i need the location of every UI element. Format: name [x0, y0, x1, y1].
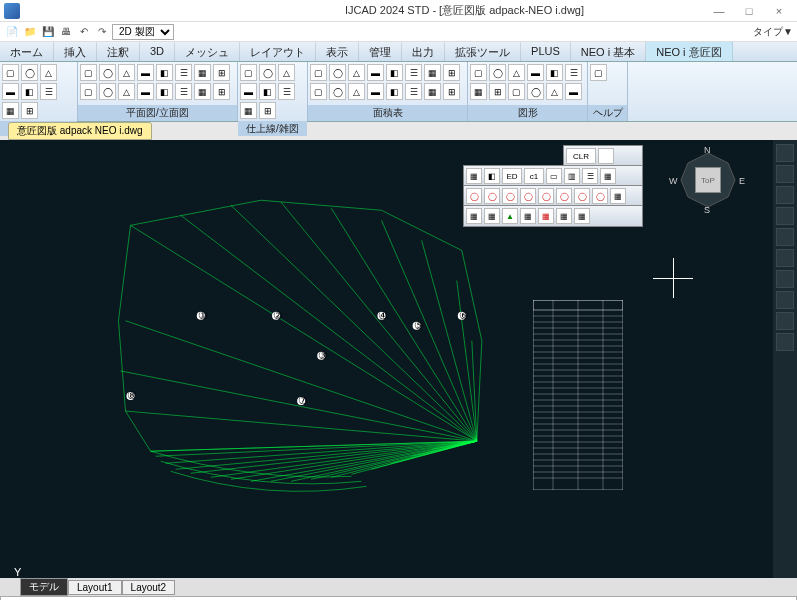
- tool-icon[interactable]: ▦: [484, 208, 500, 224]
- ribbon-tool-icon[interactable]: ⊞: [213, 64, 230, 81]
- new-icon[interactable]: 📄: [4, 24, 20, 40]
- ribbon-tool-icon[interactable]: ☰: [405, 64, 422, 81]
- ribbon-tool-icon[interactable]: △: [118, 64, 135, 81]
- nav-tool-icon[interactable]: [776, 186, 794, 204]
- tool-icon[interactable]: ▦: [600, 168, 616, 184]
- ribbon-tab[interactable]: メッシュ: [175, 42, 240, 61]
- ribbon-tool-icon[interactable]: ◯: [329, 64, 346, 81]
- ribbon-tool-icon[interactable]: ▬: [367, 83, 384, 100]
- type-label[interactable]: タイプ▼: [753, 25, 793, 39]
- ribbon-tool-icon[interactable]: ◯: [329, 83, 346, 100]
- float-toolbar-3[interactable]: ◯ ◯ ◯ ◯ ◯ ◯ ◯ ◯ ▦: [463, 185, 643, 207]
- ribbon-tab[interactable]: 表示: [316, 42, 359, 61]
- ribbon-tool-icon[interactable]: ▬: [240, 83, 257, 100]
- tool-icon[interactable]: ▥: [564, 168, 580, 184]
- float-toolbar-4[interactable]: ▦ ▦ ▲ ▦ ▦ ▦ ▦: [463, 205, 643, 227]
- ribbon-tool-icon[interactable]: ▢: [508, 83, 525, 100]
- save-icon[interactable]: 💾: [40, 24, 56, 40]
- ribbon-tool-icon[interactable]: △: [546, 83, 563, 100]
- ribbon-tool-icon[interactable]: ◧: [259, 83, 276, 100]
- ribbon-tool-icon[interactable]: ▢: [590, 64, 607, 81]
- ribbon-tool-icon[interactable]: ☰: [405, 83, 422, 100]
- ribbon-tool-icon[interactable]: △: [278, 64, 295, 81]
- tool-icon[interactable]: ◯: [520, 188, 536, 204]
- tool-icon[interactable]: ◯: [538, 188, 554, 204]
- nav-tool-icon[interactable]: [776, 291, 794, 309]
- ribbon-tool-icon[interactable]: ▢: [310, 64, 327, 81]
- tool-icon[interactable]: ▦: [610, 188, 626, 204]
- file-tab[interactable]: 意匠図版 adpack NEO i.dwg: [8, 122, 152, 140]
- ribbon-tool-icon[interactable]: ◧: [546, 64, 563, 81]
- ribbon-tool-icon[interactable]: ▢: [80, 64, 97, 81]
- ribbon-tool-icon[interactable]: ⊞: [21, 102, 38, 119]
- viewcube[interactable]: ToP N E S W: [673, 145, 743, 215]
- ribbon-tab[interactable]: ホーム: [0, 42, 54, 61]
- ribbon-tool-icon[interactable]: ◯: [99, 64, 116, 81]
- nav-tool-icon[interactable]: [776, 165, 794, 183]
- ribbon-tool-icon[interactable]: ▢: [80, 83, 97, 100]
- ribbon-tool-icon[interactable]: ☰: [175, 83, 192, 100]
- ribbon-tool-icon[interactable]: △: [40, 64, 57, 81]
- ribbon-tool-icon[interactable]: ▬: [137, 83, 154, 100]
- ribbon-tab[interactable]: 拡張ツール: [445, 42, 521, 61]
- viewcube-top[interactable]: ToP: [695, 167, 721, 193]
- tool-icon[interactable]: ▭: [546, 168, 562, 184]
- ribbon-tool-icon[interactable]: ◯: [489, 64, 506, 81]
- ribbon-tool-icon[interactable]: ◯: [259, 64, 276, 81]
- ribbon-tool-icon[interactable]: ▦: [424, 64, 441, 81]
- viewcube-e[interactable]: E: [739, 176, 745, 186]
- nav-tool-icon[interactable]: [776, 270, 794, 288]
- ribbon-tool-icon[interactable]: △: [348, 83, 365, 100]
- float-toolbar-clr[interactable]: CLR: [563, 145, 643, 167]
- tool-icon[interactable]: ◯: [502, 188, 518, 204]
- command-line[interactable]: [表示(S)/非表示(H)/左(L)/右(R)/上(T)/下(B)/浮動(F)/…: [0, 596, 797, 600]
- viewcube-s[interactable]: S: [704, 205, 710, 215]
- tool-icon[interactable]: ☰: [582, 168, 598, 184]
- tool-icon[interactable]: ◯: [592, 188, 608, 204]
- nav-tool-icon[interactable]: [776, 249, 794, 267]
- minimize-button[interactable]: —: [705, 2, 733, 20]
- ribbon-tool-icon[interactable]: ▦: [240, 102, 257, 119]
- ribbon-tool-icon[interactable]: ◧: [386, 64, 403, 81]
- open-icon[interactable]: 📁: [22, 24, 38, 40]
- ribbon-tool-icon[interactable]: △: [348, 64, 365, 81]
- ribbon-tool-icon[interactable]: ▢: [240, 64, 257, 81]
- tool-icon[interactable]: ▦: [574, 208, 590, 224]
- ribbon-tab[interactable]: NEO i 意匠図: [646, 42, 732, 61]
- nav-tool-icon[interactable]: [776, 144, 794, 162]
- ribbon-tab[interactable]: 挿入: [54, 42, 97, 61]
- tool-icon[interactable]: ◯: [466, 188, 482, 204]
- clr-button[interactable]: CLR: [566, 148, 596, 164]
- ribbon-tool-icon[interactable]: ◧: [386, 83, 403, 100]
- ribbon-tab[interactable]: PLUS: [521, 42, 571, 61]
- ribbon-tool-icon[interactable]: ◯: [99, 83, 116, 100]
- tool-icon[interactable]: ▦: [466, 168, 482, 184]
- tab-layout1[interactable]: Layout1: [68, 580, 122, 595]
- print-icon[interactable]: 🖶: [58, 24, 74, 40]
- tool-icon[interactable]: ◯: [556, 188, 572, 204]
- undo-icon[interactable]: ↶: [76, 24, 92, 40]
- ribbon-tab[interactable]: 出力: [402, 42, 445, 61]
- tool-icon[interactable]: ◧: [484, 168, 500, 184]
- ribbon-tool-icon[interactable]: ⊞: [443, 64, 460, 81]
- ed-button[interactable]: ED: [502, 168, 522, 184]
- tool-icon[interactable]: [598, 148, 614, 164]
- redo-icon[interactable]: ↷: [94, 24, 110, 40]
- ribbon-tab[interactable]: 3D: [140, 42, 175, 61]
- close-button[interactable]: ×: [765, 2, 793, 20]
- ribbon-tool-icon[interactable]: ◯: [527, 83, 544, 100]
- viewcube-n[interactable]: N: [704, 145, 711, 155]
- ribbon-tool-icon[interactable]: △: [508, 64, 525, 81]
- ribbon-tool-icon[interactable]: ◧: [21, 83, 38, 100]
- ribbon-tool-icon[interactable]: ◧: [156, 83, 173, 100]
- c1-button[interactable]: c1: [524, 168, 544, 184]
- ribbon-tool-icon[interactable]: ▢: [310, 83, 327, 100]
- ribbon-tool-icon[interactable]: ☰: [278, 83, 295, 100]
- ribbon-tool-icon[interactable]: ☰: [40, 83, 57, 100]
- nav-tool-icon[interactable]: [776, 228, 794, 246]
- ribbon-tool-icon[interactable]: ▢: [470, 64, 487, 81]
- viewcube-w[interactable]: W: [669, 176, 678, 186]
- ribbon-tool-icon[interactable]: △: [118, 83, 135, 100]
- float-toolbar-2[interactable]: ▦ ◧ ED c1 ▭ ▥ ☰ ▦: [463, 165, 643, 187]
- ribbon-tool-icon[interactable]: ▬: [367, 64, 384, 81]
